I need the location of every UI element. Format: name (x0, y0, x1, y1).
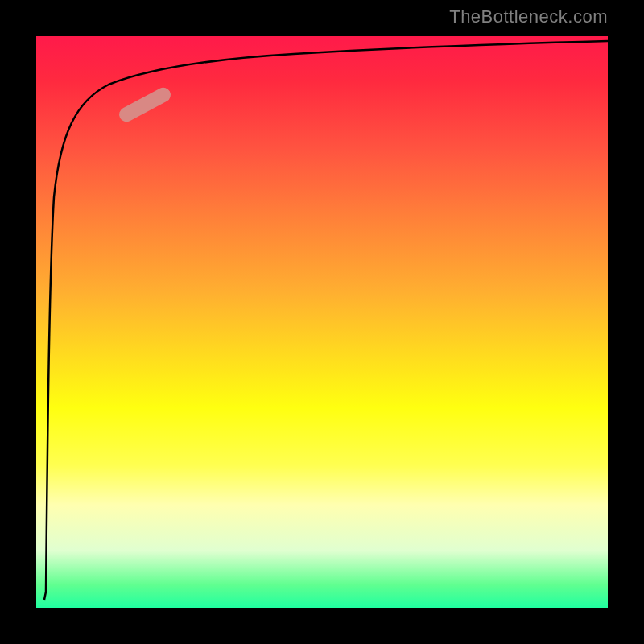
watermark-label: TheBottleneck.com (449, 6, 608, 27)
gradient-plot-area (36, 36, 608, 608)
